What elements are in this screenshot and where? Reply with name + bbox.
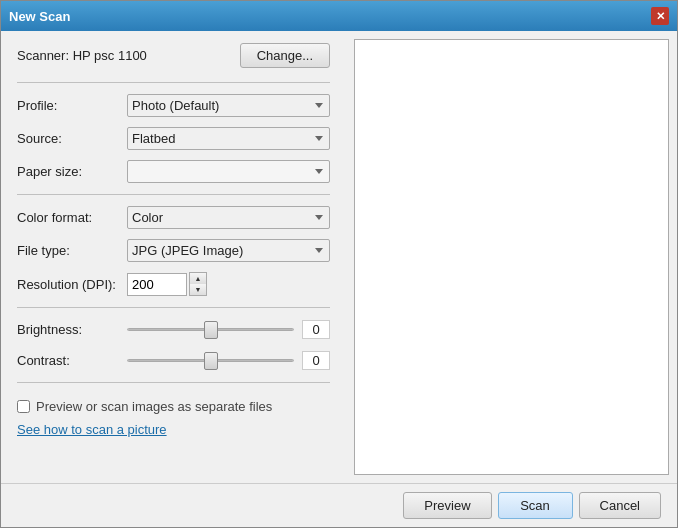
contrast-control: 0 xyxy=(127,351,330,370)
brightness-value: 0 xyxy=(302,320,330,339)
color-format-select[interactable]: Color Grayscale Black and White xyxy=(127,206,330,229)
resolution-spinner: ▲ ▼ xyxy=(189,272,207,296)
left-panel: Scanner: HP psc 1100 Change... Profile: … xyxy=(1,31,346,483)
cancel-button[interactable]: Cancel xyxy=(579,492,661,519)
paper-size-row: Paper size: Letter Legal A4 xyxy=(17,160,330,183)
link-row: See how to scan a picture xyxy=(17,422,330,437)
file-type-label: File type: xyxy=(17,243,127,258)
scan-help-link[interactable]: See how to scan a picture xyxy=(17,422,167,437)
divider-3 xyxy=(17,307,330,308)
title-bar: New Scan ✕ xyxy=(1,1,677,31)
contrast-slider[interactable] xyxy=(127,359,294,362)
resolution-control: ▲ ▼ xyxy=(127,272,207,296)
brightness-row: Brightness: 0 xyxy=(17,320,330,339)
color-format-row: Color format: Color Grayscale Black and … xyxy=(17,206,330,229)
divider-2 xyxy=(17,194,330,195)
brightness-slider[interactable] xyxy=(127,328,294,331)
divider-4 xyxy=(17,382,330,383)
color-format-label: Color format: xyxy=(17,210,127,225)
close-button[interactable]: ✕ xyxy=(651,7,669,25)
profile-select[interactable]: Photo (Default) Documents Slides xyxy=(127,94,330,117)
contrast-row: Contrast: 0 xyxy=(17,351,330,370)
paper-size-control: Letter Legal A4 xyxy=(127,160,330,183)
right-panel xyxy=(346,31,677,483)
source-row: Source: Flatbed Automatic Document Feede… xyxy=(17,127,330,150)
scanner-row: Scanner: HP psc 1100 Change... xyxy=(17,43,330,68)
preview-area xyxy=(354,39,669,475)
file-type-select[interactable]: JPG (JPEG Image) BMP (Bitmap Image) PNG … xyxy=(127,239,330,262)
resolution-input[interactable] xyxy=(127,273,187,296)
color-format-control: Color Grayscale Black and White xyxy=(127,206,330,229)
source-control: Flatbed Automatic Document Feeder xyxy=(127,127,330,150)
contrast-label: Contrast: xyxy=(17,353,127,368)
separate-files-checkbox[interactable] xyxy=(17,400,30,413)
divider-1 xyxy=(17,82,330,83)
resolution-down-button[interactable]: ▼ xyxy=(190,284,206,295)
contrast-value: 0 xyxy=(302,351,330,370)
profile-control: Photo (Default) Documents Slides xyxy=(127,94,330,117)
scanner-label: Scanner: HP psc 1100 xyxy=(17,48,147,63)
paper-size-select[interactable]: Letter Legal A4 xyxy=(127,160,330,183)
profile-row: Profile: Photo (Default) Documents Slide… xyxy=(17,94,330,117)
source-label: Source: xyxy=(17,131,127,146)
resolution-label: Resolution (DPI): xyxy=(17,277,127,292)
paper-size-label: Paper size: xyxy=(17,164,127,179)
checkbox-row: Preview or scan images as separate files xyxy=(17,399,330,414)
brightness-label: Brightness: xyxy=(17,322,127,337)
profile-label: Profile: xyxy=(17,98,127,113)
main-window: New Scan ✕ Scanner: HP psc 1100 Change..… xyxy=(0,0,678,528)
window-title: New Scan xyxy=(9,9,70,24)
file-type-control: JPG (JPEG Image) BMP (Bitmap Image) PNG … xyxy=(127,239,330,262)
scan-button[interactable]: Scan xyxy=(498,492,573,519)
source-select[interactable]: Flatbed Automatic Document Feeder xyxy=(127,127,330,150)
resolution-up-button[interactable]: ▲ xyxy=(190,273,206,284)
separate-files-label: Preview or scan images as separate files xyxy=(36,399,272,414)
change-button[interactable]: Change... xyxy=(240,43,330,68)
file-type-row: File type: JPG (JPEG Image) BMP (Bitmap … xyxy=(17,239,330,262)
window-body: Scanner: HP psc 1100 Change... Profile: … xyxy=(1,31,677,483)
bottom-bar: Preview Scan Cancel xyxy=(1,483,677,527)
preview-button[interactable]: Preview xyxy=(403,492,491,519)
resolution-row: Resolution (DPI): ▲ ▼ xyxy=(17,272,330,296)
brightness-control: 0 xyxy=(127,320,330,339)
